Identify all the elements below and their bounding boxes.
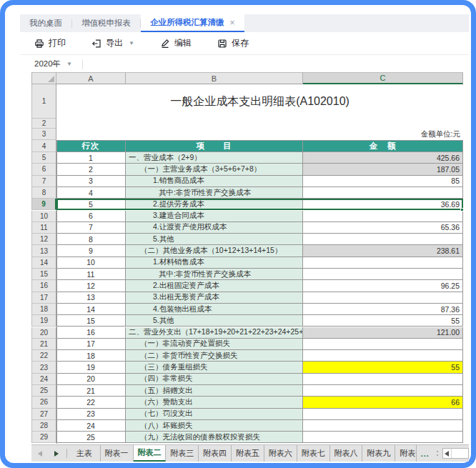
top-tab-income-tax-settlement[interactable]: 企业所得税汇算清缴× (141, 14, 244, 32)
row-gutter-cell-7[interactable]: 7 (31, 176, 56, 187)
row-gutter-cell-11[interactable]: 11 (31, 222, 56, 234)
row-gutter-cell-3[interactable]: 3 (31, 129, 56, 140)
row-gutter-cell-23[interactable]: 23 (31, 362, 56, 373)
sheet-tab-0[interactable]: 主表 (69, 445, 101, 462)
top-tab-label: 我的桌面 (29, 18, 62, 29)
next-sheet-arrow[interactable] (48, 445, 64, 462)
prev-sheet-arrow[interactable] (31, 445, 48, 462)
year-select[interactable]: 2020年 ▼ (34, 59, 72, 69)
row-gutter-cell-14[interactable]: 14 (31, 257, 56, 269)
sheet-title-cell[interactable]: 一般企业成本支出明细表(A102010) (56, 84, 463, 119)
top-tab-label: 企业所得税汇算清缴 (150, 17, 224, 28)
row-gutter-cell-17[interactable]: 17 (31, 292, 56, 304)
row-gutter-cell-4[interactable]: 4 (31, 140, 56, 152)
blank-row-cell[interactable] (56, 119, 463, 129)
scroll-left-arrow[interactable] (443, 449, 452, 458)
top-tab-label: 增值税申报表 (81, 18, 131, 29)
column-header-B[interactable]: B (126, 72, 303, 84)
toolbar: 打印 导出 ▼ 编辑 保存 (20, 32, 469, 55)
row-gutter-cell-22[interactable]: 22 (31, 350, 56, 362)
chevron-down-icon: ▼ (129, 40, 134, 46)
sheet-tab-4[interactable]: 附表四 (199, 445, 232, 462)
fill-handle[interactable] (460, 208, 464, 211)
row-gutter-cell-27[interactable]: 27 (31, 409, 56, 420)
printer-icon (34, 39, 44, 49)
row-gutter-cell-1[interactable]: 1 (31, 84, 56, 119)
save-label: 保存 (232, 37, 249, 49)
year-bar: 2020年 ▼ (20, 56, 469, 72)
top-tab-bar: 我的桌面增值税申报表企业所得税汇算清缴× (20, 14, 469, 32)
unit-note-cell[interactable]: 金额单位:元 (56, 129, 463, 140)
column-header-A[interactable]: A (56, 72, 126, 84)
sheet-tab-10[interactable]: 附表十 (395, 445, 416, 462)
row-gutter-cell-18[interactable]: 18 (31, 304, 56, 315)
row-gutter-cell-25[interactable]: 25 (31, 385, 56, 397)
chevron-down-icon: ▼ (66, 61, 72, 67)
top-tab-my-desktop[interactable]: 我的桌面 (20, 14, 71, 32)
row-gutter-cell-13[interactable]: 13 (31, 245, 56, 257)
print-button[interactable]: 打印 (34, 37, 66, 49)
row-gutter-cell-2[interactable]: 2 (31, 119, 56, 129)
divider (82, 59, 83, 69)
row-gutter-cell-24[interactable]: 24 (31, 374, 56, 385)
horizontal-scrollbar[interactable] (442, 448, 469, 459)
row-gutter-cell-15[interactable]: 15 (31, 269, 56, 280)
edit-button[interactable]: 编辑 (160, 37, 192, 49)
year-value: 2020年 (34, 59, 61, 69)
row-gutter-cell-10[interactable]: 10 (31, 211, 56, 222)
sheet-tab-3[interactable]: 附表三 (166, 445, 199, 462)
row-gutter-cell-26[interactable]: 26 (31, 397, 56, 408)
left-triangle-icon (38, 451, 42, 457)
sheet-tab-8[interactable]: 附表八 (330, 445, 363, 462)
sheet-tab-2[interactable]: 附表二 (134, 445, 167, 462)
row-gutter-cell-19[interactable]: 19 (31, 315, 56, 327)
row-gutter-cell-9[interactable]: 9 (31, 199, 56, 210)
top-tab-vat-return[interactable]: 增值税申报表 (72, 14, 140, 32)
row-gutter-cell-5[interactable]: 5 (31, 152, 56, 164)
save-icon (217, 39, 227, 49)
divider (66, 449, 67, 458)
sheet-tab-9[interactable]: 附表九 (362, 445, 395, 462)
sheet-tab-bar: 主表附表一附表二附表三附表四附表五附表六附表七附表八附表九附表十... (31, 444, 469, 462)
sheet-tab-5[interactable]: 附表五 (232, 445, 264, 462)
row-gutter-cell-29[interactable]: 29 (31, 432, 56, 443)
row-gutter-cell-21[interactable]: 21 (31, 339, 56, 350)
export-button[interactable]: 导出 ▼ (91, 37, 134, 49)
sheet-tab-7[interactable]: 附表七 (297, 445, 330, 462)
row-gutter-cell-20[interactable]: 20 (31, 327, 56, 339)
app-window-frame: 我的桌面增值税申报表企业所得税汇算清缴× 打印 导出 ▼ 编辑 保存 2020年… (0, 0, 476, 468)
row-gutter-cell-12[interactable]: 12 (31, 234, 56, 245)
right-triangle-icon (54, 451, 59, 457)
close-tab-icon[interactable]: × (230, 18, 235, 28)
sheet-tab-1[interactable]: 附表一 (101, 445, 134, 462)
print-label: 打印 (49, 37, 66, 49)
pencil-icon (160, 39, 170, 49)
row-gutter-cell-16[interactable]: 16 (31, 280, 56, 292)
export-label: 导出 (106, 37, 123, 49)
row-gutter-cell-8[interactable]: 8 (31, 187, 56, 199)
save-button[interactable]: 保存 (217, 37, 249, 49)
sheet-tab-6[interactable]: 附表六 (264, 445, 297, 462)
row-gutter-cell-6[interactable]: 6 (31, 164, 56, 175)
edit-label: 编辑 (174, 37, 192, 49)
left-triangle-icon (445, 451, 449, 457)
export-icon (91, 39, 101, 49)
select-all-corner-cell[interactable] (31, 72, 56, 84)
selection-overlay (56, 199, 463, 210)
more-sheets-indicator[interactable]: ... (417, 445, 434, 462)
corner-triangle-icon (48, 76, 54, 82)
dots-divider-icon (434, 445, 441, 462)
row-gutter-cell-28[interactable]: 28 (31, 420, 56, 432)
table-outline (56, 140, 463, 444)
column-header-C[interactable]: C (303, 72, 463, 84)
scroll-track[interactable] (452, 449, 468, 458)
